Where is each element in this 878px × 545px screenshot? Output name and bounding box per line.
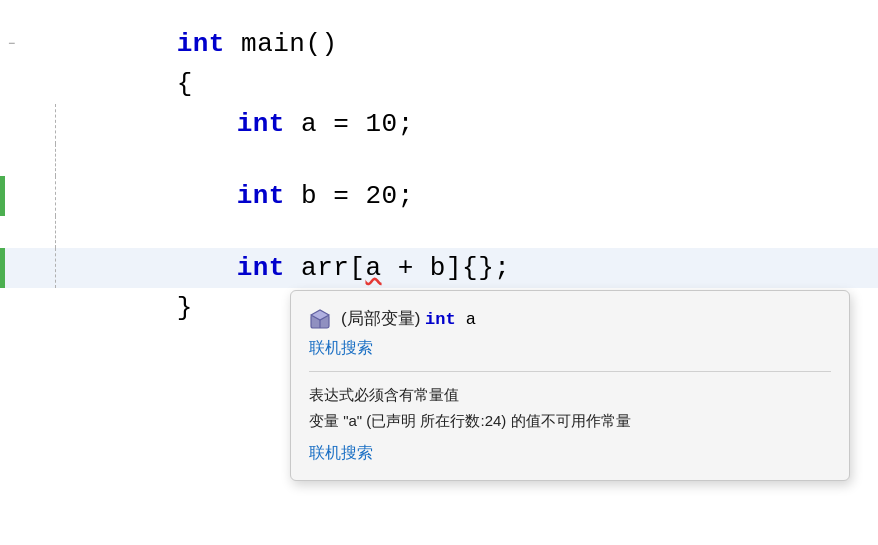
var-arr-rest: + b]{}; <box>382 253 511 283</box>
op-eq-b: = <box>333 181 349 211</box>
tooltip-title-prefix: (局部变量) <box>341 309 425 328</box>
brace-close: } <box>177 293 193 323</box>
tooltip-link2[interactable]: 联机搜索 <box>309 443 831 464</box>
op-eq-a: = <box>333 109 349 139</box>
tooltip-error-line1: 表达式必须含有常量值 <box>309 386 459 403</box>
fold-icon[interactable]: − <box>8 37 15 51</box>
tooltip-divider <box>309 371 831 372</box>
function-name: main() <box>225 29 338 59</box>
keyword-int-b: int <box>237 181 285 211</box>
tooltip-error-line2: 变量 "a" (已声明 所在行数:24) 的值不可用作常量 <box>309 412 631 429</box>
num-20: 20; <box>349 181 413 211</box>
tooltip-message: 表达式必须含有常量值 变量 "a" (已声明 所在行数:24) 的值不可用作常量 <box>309 382 831 433</box>
editor-area: − int main() { int a = 10; int b = 20; <box>0 0 878 545</box>
var-b: b <box>285 181 333 211</box>
tooltip-header: (局部变量) int a <box>309 307 831 330</box>
var-a-err: a <box>365 253 381 283</box>
tooltip-title: (局部变量) int a <box>341 307 476 330</box>
box-icon <box>309 308 331 330</box>
num-10: 10; <box>349 109 413 139</box>
var-arr: arr[ <box>285 253 366 283</box>
keyword-int-a: int <box>237 109 285 139</box>
keyword-int-arr: int <box>237 253 285 283</box>
tooltip-title-kw: int <box>425 310 456 329</box>
tooltip-title-var: a <box>456 310 476 329</box>
tooltip-link1[interactable]: 联机搜索 <box>309 338 831 359</box>
tooltip-popup: (局部变量) int a 联机搜索 表达式必须含有常量值 变量 "a" (已声明… <box>290 290 850 481</box>
green-bar-arr <box>0 248 5 288</box>
var-a: a <box>285 109 333 139</box>
green-bar-b <box>0 176 5 216</box>
